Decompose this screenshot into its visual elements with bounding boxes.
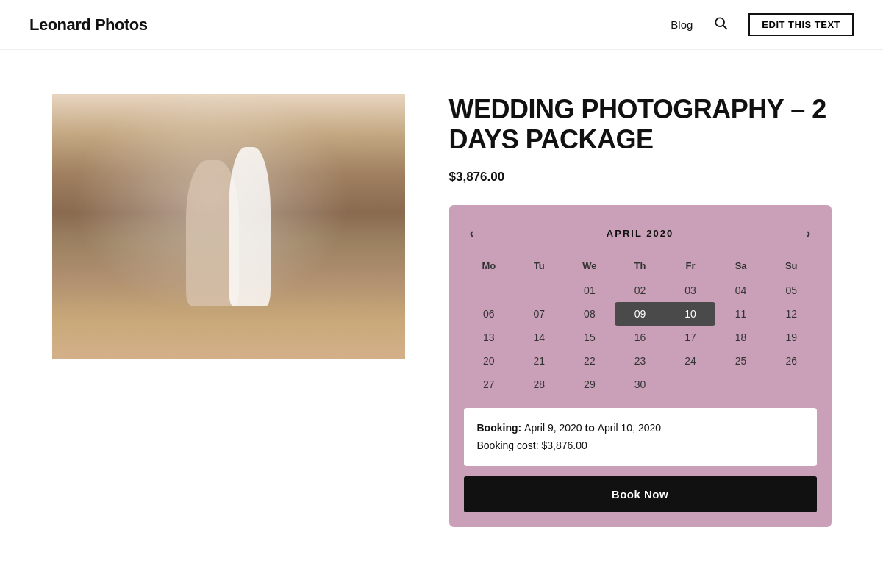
calendar-day[interactable]: 30 — [615, 373, 665, 396]
product-title: WEDDING PHOTOGRAPHY – 2 DAYS PACKAGE — [449, 94, 832, 155]
product-details: WEDDING PHOTOGRAPHY – 2 DAYS PACKAGE $3,… — [449, 94, 832, 527]
calendar-day[interactable]: 04 — [715, 279, 766, 302]
booking-cost-value: $3,876.00 — [541, 440, 587, 451]
calendar-grid: MoTuWeThFrSaSu 0102030405060708091011121… — [464, 257, 817, 396]
booking-end-date: April 10, 2020 — [598, 422, 661, 434]
calendar-day[interactable]: 19 — [766, 326, 817, 349]
calendar-day[interactable]: 07 — [514, 302, 565, 326]
calendar-day[interactable]: 23 — [615, 349, 665, 373]
calendar-day[interactable]: 08 — [565, 302, 615, 326]
book-now-button[interactable]: Book Now — [464, 476, 817, 512]
calendar-day-empty — [514, 279, 565, 302]
calendar-day[interactable]: 24 — [665, 349, 716, 373]
calendar-month-title: APRIL 2020 — [607, 228, 673, 239]
photo-simulation — [52, 94, 405, 359]
calendar-day[interactable]: 18 — [715, 326, 766, 349]
calendar-day[interactable]: 28 — [514, 373, 565, 396]
calendar-header: ‹ APRIL 2020 › — [464, 223, 817, 244]
calendar-day-header: Th — [615, 257, 665, 279]
calendar-day[interactable]: 11 — [715, 302, 766, 326]
calendar-day-header: Tu — [514, 257, 565, 279]
calendar-week-row: 06070809101112 — [464, 302, 817, 326]
edit-text-button[interactable]: EDIT THIS TEXT — [748, 13, 854, 36]
calendar-day-header: Su — [766, 257, 817, 279]
calendar-day[interactable]: 01 — [565, 279, 615, 302]
calendar-day[interactable]: 02 — [615, 279, 665, 302]
product-price: $3,876.00 — [449, 170, 832, 184]
booking-cost-label: Booking cost: — [477, 440, 542, 451]
calendar-widget: ‹ APRIL 2020 › MoTuWeThFrSaSu 0102030405… — [449, 205, 832, 528]
calendar-day[interactable]: 09 — [615, 302, 665, 326]
calendar-day-empty — [665, 373, 716, 396]
calendar-week-row: 0102030405 — [464, 279, 817, 302]
calendar-day[interactable]: 14 — [514, 326, 565, 349]
calendar-day[interactable]: 12 — [766, 302, 817, 326]
calendar-day[interactable]: 22 — [565, 349, 615, 373]
calendar-day[interactable]: 17 — [665, 326, 716, 349]
calendar-next-button[interactable]: › — [800, 223, 816, 244]
search-icon[interactable] — [713, 15, 728, 34]
site-logo: Leonard Photos — [29, 15, 147, 35]
calendar-day[interactable]: 26 — [766, 349, 817, 373]
calendar-day-empty — [464, 279, 515, 302]
calendar-day[interactable]: 27 — [464, 373, 515, 396]
booking-start-date: April 9, 2020 — [524, 422, 585, 434]
calendar-day[interactable]: 20 — [464, 349, 515, 373]
booking-summary: Booking: April 9, 2020 to April 10, 2020… — [464, 408, 817, 467]
calendar-week-row: 20212223242526 — [464, 349, 817, 373]
calendar-day-headers: MoTuWeThFrSaSu — [464, 257, 817, 279]
calendar-week-row: 13141516171819 — [464, 326, 817, 349]
calendar-day[interactable]: 15 — [565, 326, 615, 349]
site-header: Leonard Photos Blog EDIT THIS TEXT — [0, 0, 883, 50]
calendar-day-header: We — [565, 257, 615, 279]
calendar-day[interactable]: 03 — [665, 279, 716, 302]
calendar-day-empty — [766, 373, 817, 396]
calendar-day[interactable]: 25 — [715, 349, 766, 373]
svg-line-1 — [723, 26, 727, 29]
calendar-day[interactable]: 10 — [665, 302, 716, 326]
calendar-day-empty — [715, 373, 766, 396]
booking-to-label: to — [585, 422, 598, 434]
calendar-day-header: Fr — [665, 257, 716, 279]
main-content: WEDDING PHOTOGRAPHY – 2 DAYS PACKAGE $3,… — [23, 94, 861, 527]
calendar-day[interactable]: 16 — [615, 326, 665, 349]
calendar-day[interactable]: 06 — [464, 302, 515, 326]
calendar-day[interactable]: 05 — [766, 279, 817, 302]
booking-dates-line: Booking: April 9, 2020 to April 10, 2020 — [477, 420, 804, 437]
calendar-day-header: Mo — [464, 257, 515, 279]
header-nav: Blog EDIT THIS TEXT — [671, 13, 854, 36]
product-image — [52, 94, 405, 359]
product-image-wrapper — [52, 94, 405, 359]
calendar-day[interactable]: 21 — [514, 349, 565, 373]
blog-nav-link[interactable]: Blog — [671, 18, 693, 31]
booking-label: Booking: — [477, 422, 525, 434]
calendar-day[interactable]: 13 — [464, 326, 515, 349]
calendar-day[interactable]: 29 — [565, 373, 615, 396]
calendar-prev-button[interactable]: ‹ — [464, 223, 480, 244]
calendar-week-row: 27282930 — [464, 373, 817, 396]
booking-cost-line: Booking cost: $3,876.00 — [477, 437, 804, 455]
calendar-day-header: Sa — [715, 257, 766, 279]
